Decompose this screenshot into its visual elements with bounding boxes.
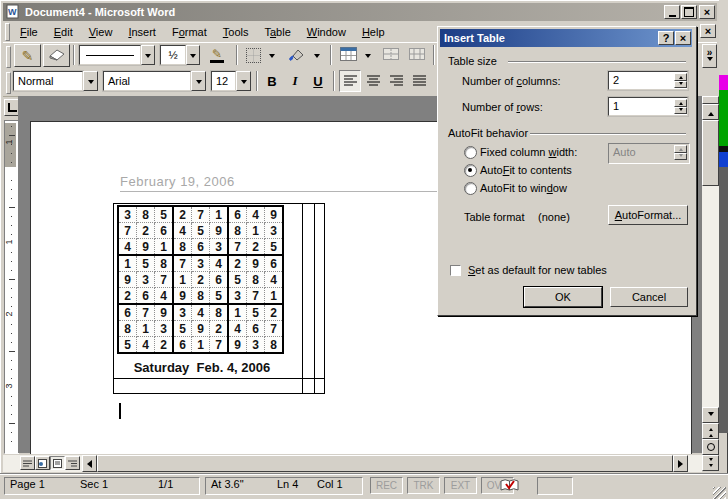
default-checkbox[interactable] (450, 265, 461, 276)
fixed-width-radio[interactable] (464, 146, 477, 159)
line-style-combo[interactable] (79, 45, 141, 65)
bold-button[interactable]: B (261, 70, 283, 92)
font-size-dropdown-button[interactable] (236, 71, 251, 91)
background-strip (719, 167, 728, 433)
status-empty-box (537, 477, 573, 495)
menu-help[interactable]: Help (354, 23, 393, 42)
ruler-tick (11, 342, 12, 343)
toolbar-drag-handle[interactable] (6, 46, 11, 68)
borders-dropdown-button[interactable] (265, 44, 278, 67)
ok-button[interactable]: OK (524, 287, 602, 307)
toolbar-separator (73, 45, 75, 65)
draw-table-button[interactable]: ✎ (14, 44, 41, 67)
double-arrow-up-icon (709, 432, 713, 437)
toolbar-drag-handle[interactable] (6, 72, 11, 94)
menu-edit[interactable]: Edit (46, 23, 81, 42)
font-dropdown-button[interactable] (191, 71, 206, 91)
menu-insert[interactable]: Insert (120, 23, 164, 42)
horizontal-scroll-thumb[interactable] (97, 455, 673, 472)
shading-dropdown-button[interactable] (310, 44, 323, 67)
toolbar-options-button[interactable]: » (702, 44, 717, 68)
sudoku-cell: 4 (155, 288, 174, 305)
web-layout-view-button[interactable] (35, 456, 50, 470)
spin-down-icon[interactable] (674, 107, 687, 115)
font-size-combo[interactable]: 12 (211, 71, 236, 91)
line-weight-combo[interactable]: ½ (160, 45, 186, 65)
underline-button[interactable]: U (307, 70, 329, 92)
align-right-button[interactable] (385, 70, 407, 92)
close-button[interactable]: × (699, 5, 715, 19)
style-combo[interactable]: Normal (13, 71, 83, 91)
insert-table-button[interactable] (336, 44, 361, 67)
autofit-window-label[interactable]: AutoFit to window (480, 182, 567, 194)
browse-next-button[interactable] (702, 455, 719, 471)
status-toggle-trk[interactable]: TRK (407, 477, 440, 494)
justify-button[interactable] (408, 70, 430, 92)
close-document-icon[interactable]: × (700, 24, 716, 38)
line-weight-dropdown-button[interactable] (186, 45, 200, 65)
vertical-scroll-thumb[interactable] (702, 120, 719, 186)
autofit-contents-radio[interactable] (464, 164, 477, 177)
autofit-window-radio[interactable] (464, 182, 477, 195)
autoformat-button[interactable]: AutoFormat... (608, 205, 688, 225)
line-style-dropdown-button[interactable] (141, 45, 155, 65)
scroll-right-button[interactable] (673, 455, 688, 472)
menu-view[interactable]: View (81, 23, 121, 42)
sudoku-cell: 3 (247, 337, 265, 354)
shading-color-button[interactable] (284, 44, 310, 67)
autofit-contents-label[interactable]: AutoFit to contents (480, 164, 572, 176)
sudoku-cell: 3 (118, 206, 137, 223)
default-checkbox-label[interactable]: Set as default for new tables (468, 264, 607, 276)
menu-table[interactable]: Table (256, 23, 298, 42)
font-combo[interactable]: Arial (103, 71, 191, 91)
columns-spinner[interactable] (674, 73, 687, 88)
status-toggle-ext[interactable]: EXT (444, 477, 477, 494)
border-color-button[interactable]: ✎ (204, 44, 230, 67)
dialog-title-bar[interactable]: Insert Table ? × (440, 29, 692, 47)
vertical-scrollbar[interactable] (702, 96, 719, 471)
outside-border-button[interactable] (241, 44, 265, 67)
spin-up-icon[interactable] (674, 73, 687, 81)
word-app-icon[interactable]: W (5, 4, 21, 22)
insert-table-icon (340, 47, 357, 64)
dialog-help-button[interactable]: ? (658, 31, 674, 45)
scroll-left-button[interactable] (82, 455, 97, 472)
menu-format[interactable]: Format (164, 23, 215, 42)
browse-previous-button[interactable] (702, 423, 719, 439)
style-dropdown-button[interactable] (83, 71, 98, 91)
spin-up-icon[interactable] (674, 99, 687, 107)
minimize-button[interactable] (664, 5, 680, 19)
spin-down-icon[interactable] (674, 81, 687, 89)
title-bar[interactable]: W Document4 - Microsoft Word × (3, 3, 717, 21)
normal-view-button[interactable] (20, 456, 35, 470)
split-handle[interactable] (702, 96, 719, 104)
split-cells-button[interactable] (405, 44, 429, 67)
status-toggle-rec[interactable]: REC (370, 477, 403, 494)
insert-table-dropdown-button[interactable] (361, 44, 374, 67)
menu-tools[interactable]: Tools (215, 23, 257, 42)
merge-cells-button[interactable] (379, 44, 403, 67)
align-left-button[interactable] (339, 70, 361, 92)
print-layout-view-button[interactable] (50, 456, 65, 470)
vertical-ruler: 1123 (4, 120, 19, 454)
fixed-width-label[interactable]: Fixed column width: (480, 146, 577, 158)
align-center-button[interactable] (362, 70, 384, 92)
menu-window[interactable]: Window (299, 23, 354, 42)
menu-file[interactable]: File (12, 23, 46, 42)
background-strip (719, 152, 728, 167)
select-browse-object-button[interactable] (702, 439, 719, 455)
menu-drag-handle[interactable] (5, 23, 10, 41)
spelling-status-icon[interactable] (500, 478, 519, 494)
background-window-sliver (719, 0, 728, 433)
scroll-up-button[interactable] (702, 104, 719, 120)
cancel-button[interactable]: Cancel (610, 287, 688, 307)
italic-button[interactable]: I (284, 70, 306, 92)
outline-view-button[interactable] (65, 456, 80, 470)
dialog-close-button[interactable]: × (675, 31, 691, 45)
dropdown-arrow-icon (241, 80, 247, 87)
restore-button[interactable] (681, 5, 697, 19)
resize-grip[interactable] (713, 487, 726, 499)
scroll-down-button[interactable] (702, 407, 719, 423)
eraser-button[interactable] (43, 44, 70, 67)
rows-spinner[interactable] (674, 99, 687, 114)
